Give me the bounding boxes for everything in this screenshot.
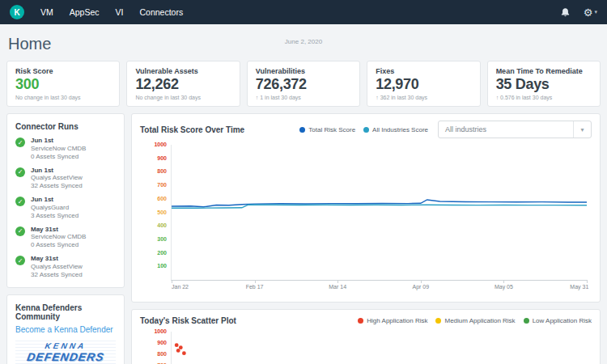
x-axis-tick-label: Feb 17 xyxy=(246,284,264,290)
legend-label: Low Application Risk xyxy=(533,317,592,324)
legend-dot xyxy=(435,318,441,324)
y-axis-tick-label: 700 xyxy=(142,182,167,188)
industries-filter-dropdown[interactable]: All industries ▾ xyxy=(438,121,592,138)
top-navbar: K VM AppSec VI Connectors ⚙ ▾ xyxy=(0,0,607,24)
connector-run-row[interactable]: ✓ Jun 1st ServiceNow CMDB 0 Assets Synce… xyxy=(15,137,116,161)
notifications-bell-icon[interactable] xyxy=(560,7,571,18)
y-axis-tick-label: 100 xyxy=(142,263,167,269)
chevron-down-icon: ▾ xyxy=(573,121,591,138)
run-date: Jun 1st xyxy=(31,196,79,204)
community-title: Kenna Defenders Community xyxy=(15,303,116,321)
legend-item-low-application-risk[interactable]: Low Application Risk xyxy=(524,317,592,324)
run-connector-name: ServiceNow CMDB xyxy=(31,233,86,241)
stat-card-mean-time-to-remediate[interactable]: Mean Time To Remediate 35 Days ↑ 0.576 i… xyxy=(487,61,601,107)
stat-subtext: ↑ 0.576 in last 30 days xyxy=(496,95,592,100)
stat-card-fixes[interactable]: Fixes 12,970 ↑ 362 in last 30 days xyxy=(367,61,480,107)
y-axis-tick-label: 500 xyxy=(142,210,167,215)
x-axis-tick xyxy=(172,280,172,283)
gear-icon: ⚙ xyxy=(584,7,593,18)
legend-dot xyxy=(358,318,363,324)
stat-value: 35 Days xyxy=(496,76,592,93)
legend-item-total-risk-score[interactable]: Total Risk Score xyxy=(299,126,355,133)
nav-item-appsec[interactable]: AppSec xyxy=(70,7,100,17)
stat-subtext: No change in last 30 days xyxy=(135,95,231,100)
report-date: June 2, 2020 xyxy=(0,38,607,45)
y-axis-tick-label: 200 xyxy=(142,250,167,256)
kenna-defenders-community-card: Kenna Defenders Community Become a Kenna… xyxy=(6,294,125,364)
legend-item-all-industries-score[interactable]: All Industries Score xyxy=(363,126,428,133)
run-connector-name: Qualys AssetView xyxy=(31,174,83,182)
success-check-icon: ✓ xyxy=(15,167,25,177)
risk-score-line-chart xyxy=(172,145,587,280)
page-header: Home June 2, 2020 xyxy=(0,24,607,61)
nav-item-vm[interactable]: VM xyxy=(40,7,53,17)
main-content: Connector Runs ✓ Jun 1st ServiceNow CMDB… xyxy=(6,113,601,364)
run-assets-synced: 3 Assets Synced xyxy=(31,212,79,220)
run-connector-name: QualysGuard xyxy=(31,204,79,212)
navbar-right: ⚙ ▾ xyxy=(560,7,597,18)
stat-value: 12,970 xyxy=(376,76,471,93)
risk-score-over-time-card: Total Risk Score Over Time Total Risk Sc… xyxy=(131,113,601,303)
nav-item-connectors[interactable]: Connectors xyxy=(139,7,183,17)
stat-card-risk-score[interactable]: Risk Score 300 No change in last 30 days xyxy=(6,61,120,107)
x-axis-tick xyxy=(587,280,588,283)
x-axis-tick-label: Apr 09 xyxy=(412,284,429,290)
connector-run-row[interactable]: ✓ Jun 1st Qualys AssetView 32 Assets Syn… xyxy=(15,167,116,191)
legend-item-medium-application-risk[interactable]: Medium Application Risk xyxy=(435,317,515,324)
legend-label: Total Risk Score xyxy=(308,126,355,133)
stat-label: Fixes xyxy=(376,67,471,75)
run-date: May 31st xyxy=(31,226,86,234)
become-defender-link[interactable]: Become a Kenna Defender xyxy=(15,325,116,334)
stat-subtext: ↑ 362 in last 30 days xyxy=(376,95,471,100)
chart-title: Today's Risk Scatter Plot xyxy=(140,316,236,325)
stat-card-vulnerabilities[interactable]: Vulnerabilities 726,372 ↑ 1 in last 30 d… xyxy=(247,61,360,107)
kenna-logo[interactable]: K xyxy=(10,5,24,19)
stat-label: Mean Time To Remediate xyxy=(496,67,592,75)
run-assets-synced: 32 Assets Synced xyxy=(31,271,83,279)
connector-run-row[interactable]: ✓ Jun 1st QualysGuard 3 Assets Synced xyxy=(15,196,116,220)
kenna-defenders-logo[interactable]: KENNA DEFENDERS xyxy=(15,338,116,364)
run-date: Jun 1st xyxy=(31,137,86,145)
chart-title: Total Risk Score Over Time xyxy=(140,125,244,134)
stat-label: Vulnerable Assets xyxy=(135,67,231,75)
stat-card-vulnerable-assets[interactable]: Vulnerable Assets 12,262 No change in la… xyxy=(126,61,240,107)
legend-label: High Application Risk xyxy=(367,317,427,324)
success-check-icon: ✓ xyxy=(15,138,25,147)
logo-text-line1: KENNA xyxy=(16,341,115,350)
chart-header: Today's Risk Scatter Plot High Applicati… xyxy=(140,316,592,325)
stat-value: 300 xyxy=(15,76,111,93)
run-connector-name: ServiceNow CMDB xyxy=(31,145,86,153)
run-date: May 31st xyxy=(31,255,83,263)
x-axis-tick-label: May 05 xyxy=(495,284,513,290)
x-axis-tick-label: Jan 22 xyxy=(172,284,189,290)
chart-header: Total Risk Score Over Time Total Risk Sc… xyxy=(140,121,592,138)
nav-item-vi[interactable]: VI xyxy=(116,7,124,17)
right-column: Total Risk Score Over Time Total Risk Sc… xyxy=(131,113,601,364)
y-axis-tick-label: 1000 xyxy=(142,328,167,334)
connector-run-row[interactable]: ✓ May 31st ServiceNow CMDB 0 Assets Sync… xyxy=(15,226,116,250)
settings-menu[interactable]: ⚙ ▾ xyxy=(584,7,597,18)
run-assets-synced: 0 Assets Synced xyxy=(31,153,86,161)
stat-value: 726,372 xyxy=(256,76,351,93)
x-axis-tick-label: May 31 xyxy=(570,284,588,290)
connector-run-row[interactable]: ✓ May 31st Qualys AssetView 32 Assets Sy… xyxy=(15,255,116,279)
y-axis-tick-label: 600 xyxy=(142,196,167,201)
y-axis-tick-label: 300 xyxy=(142,236,167,242)
x-axis-tick xyxy=(421,280,422,283)
dropdown-selected-value: All industries xyxy=(439,125,573,133)
success-check-icon: ✓ xyxy=(15,256,25,265)
y-axis-tick-label: 400 xyxy=(142,222,167,228)
y-axis-tick-label: 900 xyxy=(142,340,167,345)
legend-label: All Industries Score xyxy=(372,126,428,133)
run-assets-synced: 0 Assets Synced xyxy=(31,241,86,249)
logo-text-line2: DEFENDERS xyxy=(16,350,116,363)
risk-scatter-chart xyxy=(172,332,587,364)
chart-legend: Total Risk Score All Industries Score xyxy=(299,126,428,133)
x-axis-tick xyxy=(255,280,256,283)
legend-item-high-application-risk[interactable]: High Application Risk xyxy=(358,317,427,324)
legend-dot xyxy=(299,127,305,133)
run-date: Jun 1st xyxy=(31,167,83,175)
stat-subtext: No change in last 30 days xyxy=(15,95,111,100)
success-check-icon: ✓ xyxy=(15,226,25,236)
chevron-down-icon: ▾ xyxy=(594,9,597,15)
